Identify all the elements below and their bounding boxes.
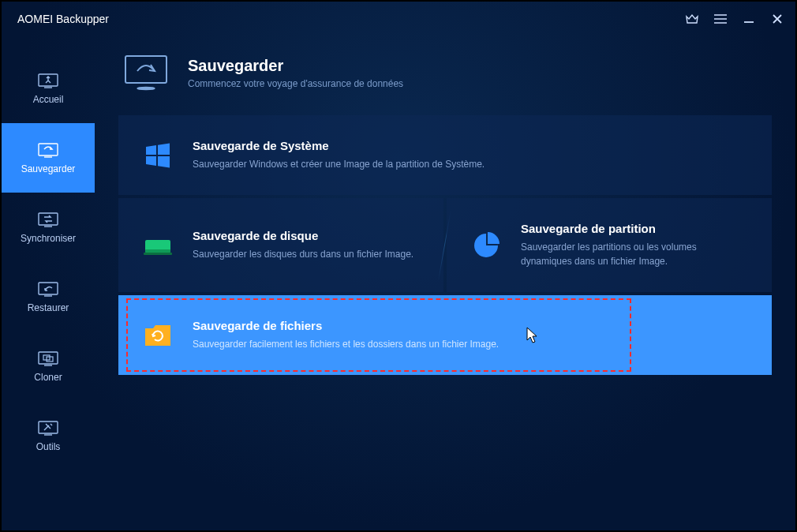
card-text: Sauvegarde de partition Sauvegarder les … [521, 222, 748, 268]
backup-icon [36, 141, 60, 159]
close-icon [772, 13, 783, 24]
windows-icon [142, 140, 174, 171]
main-panel: Sauvegarder Commencez votre voyage d'ass… [95, 36, 795, 530]
sidebar-item-sync[interactable]: Synchroniser [2, 193, 95, 262]
svg-rect-7 [39, 421, 58, 433]
card-title: Sauvegarde de partition [521, 222, 748, 235]
cards-row: Sauvegarde de disque Sauvegarder les dis… [118, 198, 772, 292]
sidebar-item-label: Synchroniser [21, 233, 76, 244]
card-title: Sauvegarde de Système [193, 139, 485, 152]
upgrade-button[interactable] [680, 7, 704, 31]
app-title: AOMEI Backupper [17, 13, 680, 25]
sidebar-item-label: Accueil [33, 94, 64, 105]
sidebar-item-label: Cloner [34, 372, 62, 383]
sidebar-item-label: Sauvegarder [21, 163, 76, 174]
svg-rect-12 [144, 253, 172, 255]
card-partition-backup[interactable]: Sauvegarde de partition Sauvegarder les … [447, 198, 772, 292]
body: Accueil Sauvegarder Synchroniser Restaur… [2, 36, 795, 530]
cards-container: Sauvegarde de Système Sauvegarder Window… [118, 115, 772, 375]
clone-icon [36, 350, 60, 367]
svg-rect-4 [39, 352, 58, 364]
sidebar-item-restore[interactable]: Restaurer [2, 262, 95, 332]
minimize-button[interactable] [737, 7, 761, 31]
home-icon [36, 72, 60, 89]
card-text: Sauvegarde de fichiers Sauvegarder facil… [193, 319, 499, 351]
titlebar-buttons [680, 7, 789, 31]
card-title: Sauvegarde de fichiers [193, 319, 499, 332]
sidebar-item-backup[interactable]: Sauvegarder [2, 123, 95, 193]
card-desc: Sauvegarder les partitions ou les volume… [521, 240, 748, 268]
card-desc: Sauvegarder Windows et créer une Image d… [193, 157, 485, 171]
card-desc: Sauvegarder les disques durs dans un fic… [193, 247, 413, 261]
close-button[interactable] [765, 7, 789, 31]
sidebar-item-home[interactable]: Accueil [2, 54, 95, 123]
page-title: Sauvegarder [188, 57, 403, 75]
page-subtitle: Commencez votre voyage d'assurance de do… [188, 78, 403, 89]
sidebar: Accueil Sauvegarder Synchroniser Restaur… [2, 36, 95, 530]
svg-rect-1 [39, 144, 58, 155]
card-text: Sauvegarde de disque Sauvegarder les dis… [193, 229, 413, 261]
titlebar: AOMEI Backupper [2, 2, 795, 36]
disk-icon [142, 230, 174, 261]
sync-icon [36, 211, 60, 228]
share-monitor-icon [123, 54, 169, 92]
page-header: Sauvegarder Commencez votre voyage d'ass… [118, 36, 772, 115]
card-title: Sauvegarde de disque [193, 229, 413, 242]
card-desc: Sauvegarder facilement les fichiers et l… [193, 337, 499, 351]
sidebar-item-label: Outils [36, 441, 61, 452]
svg-rect-2 [39, 213, 58, 225]
pie-icon [470, 230, 502, 261]
sidebar-item-tools[interactable]: Outils [2, 401, 95, 470]
svg-rect-3 [39, 283, 58, 294]
minimize-icon [743, 13, 754, 24]
folder-refresh-icon [142, 320, 174, 351]
app-window: AOMEI Backupper Accueil [2, 2, 795, 530]
card-text: Sauvegarde de Système Sauvegarder Window… [193, 139, 485, 171]
menu-button[interactable] [709, 7, 732, 31]
tools-icon [36, 419, 60, 436]
card-disk-backup[interactable]: Sauvegarde de disque Sauvegarder les dis… [118, 198, 443, 292]
svg-rect-8 [125, 56, 167, 83]
sidebar-item-label: Restaurer [28, 302, 69, 313]
page-header-text: Sauvegarder Commencez votre voyage d'ass… [188, 57, 403, 89]
sidebar-item-clone[interactable]: Cloner [2, 332, 95, 401]
crown-icon [686, 13, 698, 24]
card-file-backup[interactable]: Sauvegarde de fichiers Sauvegarder facil… [118, 295, 772, 375]
cursor-icon [526, 327, 539, 344]
menu-icon [714, 14, 727, 24]
restore-icon [36, 280, 60, 298]
card-system-backup[interactable]: Sauvegarde de Système Sauvegarder Window… [118, 115, 772, 195]
svg-rect-11 [145, 249, 170, 253]
